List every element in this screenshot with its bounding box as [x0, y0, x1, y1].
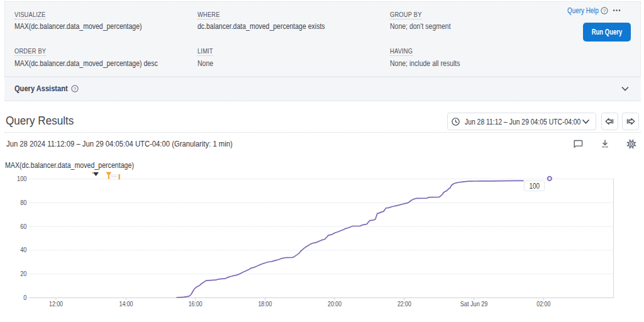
svg-text:18:00: 18:00 [258, 300, 272, 308]
svg-text:?: ? [603, 8, 606, 14]
svg-text:100: 100 [17, 175, 27, 182]
svg-text:02:00: 02:00 [536, 300, 550, 308]
svg-text:20:00: 20:00 [328, 300, 341, 308]
svg-text:22:00: 22:00 [397, 300, 411, 308]
svg-text:60: 60 [20, 223, 27, 230]
svg-text:Sat Jun 29: Sat Jun 29 [460, 300, 488, 308]
svg-text:0: 0 [23, 294, 26, 301]
svg-text:80: 80 [20, 199, 27, 206]
svg-text:12:00: 12:00 [49, 300, 63, 308]
svg-text:100: 100 [529, 182, 540, 190]
svg-text:14:00: 14:00 [119, 300, 133, 308]
svg-text:16:00: 16:00 [189, 300, 203, 308]
svg-text:20: 20 [20, 270, 27, 277]
svg-text:40: 40 [20, 247, 27, 254]
svg-text:?: ? [74, 86, 77, 92]
